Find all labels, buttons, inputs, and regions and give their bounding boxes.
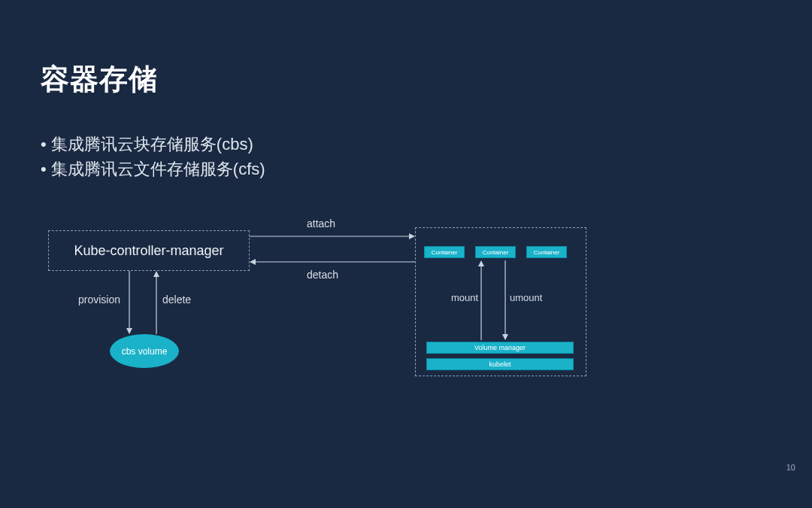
container-chip: Container (475, 246, 516, 258)
bullet-item: 集成腾讯云块存储服务(cbs) (41, 132, 265, 157)
mount-label: mount (451, 292, 478, 303)
bullet-list: 集成腾讯云块存储服务(cbs) 集成腾讯云文件存储服务(cfs) (41, 132, 265, 181)
slide-title: 容器存储 (41, 60, 158, 99)
umount-label: umount (510, 292, 542, 303)
kube-controller-manager-box: Kube-controller-manager (48, 230, 250, 271)
container-chip: Container (526, 246, 567, 258)
attach-label: attach (307, 217, 335, 230)
slide: 容器存储 集成腾讯云块存储服务(cbs) 集成腾讯云文件存储服务(cfs) Ku… (0, 0, 812, 508)
svg-marker-5 (126, 328, 132, 334)
cbs-volume-ellipse: cbs volume (110, 334, 179, 368)
page-number: 10 (786, 463, 795, 472)
volume-manager-bar: Volume manager (426, 342, 574, 354)
svg-marker-1 (409, 233, 415, 239)
bullet-item: 集成腾讯云文件存储服务(cfs) (41, 157, 265, 181)
svg-marker-7 (153, 271, 159, 277)
delete-label: delete (162, 294, 191, 306)
detach-label: detach (307, 269, 338, 281)
kcm-label: Kube-controller-manager (74, 243, 223, 259)
cbs-volume-label: cbs volume (122, 346, 168, 357)
kubelet-bar: kubelet (426, 358, 574, 370)
svg-marker-3 (250, 259, 256, 265)
container-chip: Container (424, 246, 465, 258)
provision-label: provision (78, 294, 120, 306)
